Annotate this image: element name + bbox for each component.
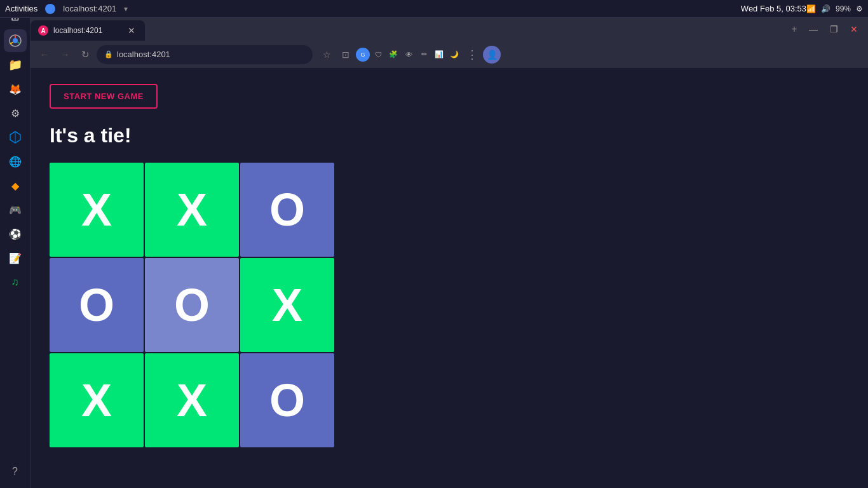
dock-icon-games[interactable]: 🎮: [4, 198, 27, 221]
battery-display: 99%: [836, 4, 851, 13]
window-controls: + — ❐ ✕: [782, 18, 868, 41]
browser-window: A localhost:4201 ✕ + — ❐ ✕ ← → ↻ 🔒 local…: [31, 18, 868, 488]
network-icon: 📶: [806, 4, 816, 13]
back-button[interactable]: ←: [36, 46, 53, 64]
active-tab[interactable]: A localhost:4201 ✕: [31, 20, 145, 41]
tab-close-button[interactable]: ✕: [126, 25, 137, 36]
address-bar: ← → ↻ 🔒 localhost:4201 ☆ ⊡ G 🛡 🧩 👁 ✏ 📊 🌙…: [31, 41, 868, 69]
tab-bar: A localhost:4201 ✕ + — ❐ ✕: [31, 18, 868, 41]
dock-icon-firefox[interactable]: 🦊: [4, 78, 27, 100]
ext-eye-icon[interactable]: 👁: [402, 48, 416, 62]
forward-button[interactable]: →: [56, 46, 74, 64]
ext-chrome-icon[interactable]: G: [356, 48, 370, 62]
lock-icon: 🔒: [104, 50, 113, 58]
os-title-dropdown[interactable]: ▾: [124, 4, 128, 13]
maximize-button[interactable]: ❐: [825, 20, 843, 38]
board-cell-3[interactable]: O: [50, 258, 144, 352]
tab-search-button[interactable]: ⊡: [337, 46, 355, 64]
url-bar[interactable]: 🔒 localhost:4201: [97, 45, 313, 64]
new-tab-button[interactable]: +: [787, 22, 802, 37]
board-cell-1[interactable]: X: [145, 163, 239, 257]
dock-icon-spotify[interactable]: ♫: [4, 271, 27, 294]
dock-icon-settings[interactable]: ⚙: [4, 102, 27, 125]
dock-icon-globe[interactable]: 🌐: [4, 150, 27, 173]
ext-shield-icon[interactable]: 🛡: [371, 48, 385, 62]
tab-label: localhost:4201: [53, 26, 121, 35]
ext-pen-icon[interactable]: ✏: [417, 48, 431, 62]
board-cell-8[interactable]: O: [240, 353, 334, 447]
chrome-os-icon: [45, 4, 55, 14]
dock-icon-vscode[interactable]: [4, 126, 27, 149]
url-text: localhost:4201: [117, 50, 170, 59]
dock-icon-ball[interactable]: ⚽: [4, 222, 27, 245]
board-cell-0[interactable]: X: [50, 163, 144, 257]
svg-line-3: [17, 43, 20, 44]
start-new-game-button[interactable]: START NEW GAME: [50, 84, 158, 109]
close-button[interactable]: ✕: [845, 20, 863, 38]
dock-icon-sublime[interactable]: ◆: [4, 174, 27, 197]
activities-button[interactable]: Activities: [5, 4, 37, 13]
svg-point-1: [13, 38, 18, 43]
minimize-button[interactable]: —: [804, 20, 822, 38]
svg-line-4: [10, 43, 13, 44]
dock-icon-chrome[interactable]: [4, 29, 27, 52]
os-system-tray: 📶 🔊 99% ⚙: [806, 4, 863, 13]
datetime-display: Wed Feb 5, 03:53: [741, 4, 806, 13]
board-cell-5[interactable]: X: [240, 258, 334, 352]
game-board: XXOOOXXXO: [50, 163, 336, 447]
tab-favicon: A: [38, 25, 48, 36]
application-dock: ⊞ 📁 🦊 ⚙ 🌐 ◆ 🎮 ⚽ 📝 ♫ ?: [0, 0, 31, 488]
reload-button[interactable]: ↻: [76, 46, 94, 64]
board-cell-7[interactable]: X: [145, 353, 239, 447]
menu-button[interactable]: ⋮: [463, 46, 480, 64]
game-status-text: It's a tie!: [50, 124, 849, 147]
board-cell-4[interactable]: O: [145, 258, 239, 352]
os-top-bar: Activities localhost:4201 ▾ Wed Feb 5, 0…: [0, 0, 868, 18]
toolbar-actions: ☆ ⊡ G 🛡 🧩 👁 ✏ 📊 🌙 ⋮: [318, 46, 480, 64]
ext-graph-icon[interactable]: 📊: [432, 48, 446, 62]
ext-moon-icon[interactable]: 🌙: [447, 48, 461, 62]
bookmark-button[interactable]: ☆: [318, 46, 336, 64]
dock-icon-notes[interactable]: 📝: [4, 247, 27, 269]
page-content: START NEW GAME It's a tie! XXOOOXXXO: [31, 69, 868, 488]
ext-puzzle-icon[interactable]: 🧩: [386, 48, 400, 62]
profile-button[interactable]: 👤: [483, 46, 501, 64]
volume-icon: 🔊: [821, 4, 831, 13]
dock-icon-files[interactable]: 📁: [4, 53, 27, 76]
settings-tray-icon[interactable]: ⚙: [856, 4, 863, 13]
os-top-bar-left: Activities localhost:4201 ▾: [5, 4, 741, 14]
browser-title: localhost:4201: [63, 4, 116, 13]
board-cell-6[interactable]: X: [50, 353, 144, 447]
dock-icon-help[interactable]: ?: [4, 460, 27, 483]
board-cell-2[interactable]: O: [240, 163, 334, 257]
